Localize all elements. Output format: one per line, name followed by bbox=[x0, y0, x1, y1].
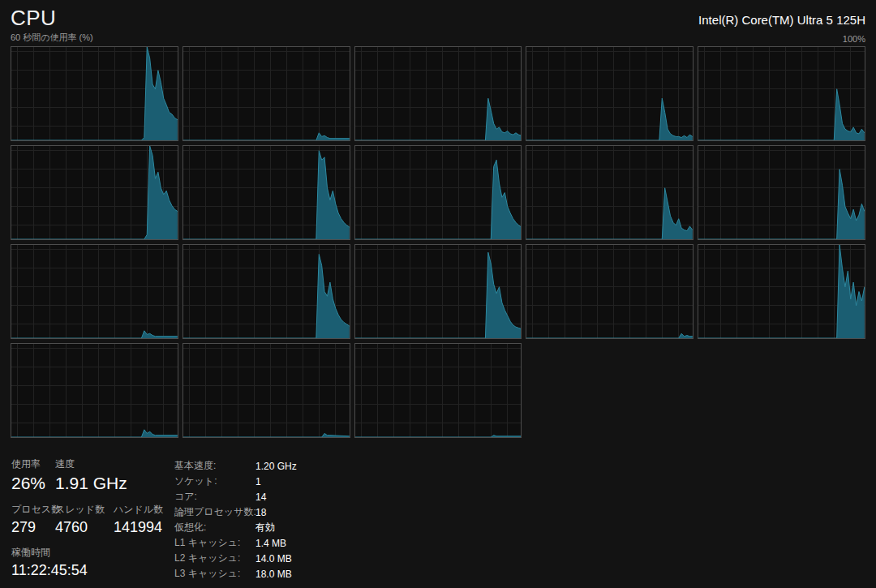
stat-utilization: 使用率 26% bbox=[11, 457, 55, 493]
stat-row-uptime: 稼働時間 11:22:45:54 bbox=[11, 546, 163, 579]
cpu-core-graph-3[interactable] bbox=[526, 46, 694, 141]
uptime-value: 11:22:45:54 bbox=[11, 562, 88, 578]
detail-label: コア: bbox=[174, 490, 256, 504]
cpu-graphs-grid bbox=[11, 46, 865, 438]
speed-label: 速度 bbox=[55, 457, 127, 471]
detail-value: 1.20 GHz bbox=[256, 461, 297, 472]
cpu-core-graph-8[interactable] bbox=[526, 145, 694, 240]
detail-label: L1 キャッシュ: bbox=[174, 536, 256, 550]
detail-label: 仮想化: bbox=[174, 521, 256, 534]
detail-label: 基本速度: bbox=[174, 459, 256, 473]
detail-value: 14.0 MB bbox=[256, 553, 292, 564]
stat-row-utilization-speed: 使用率 26% 速度 1.91 GHz bbox=[11, 457, 163, 493]
cpu-core-graph-12[interactable] bbox=[354, 244, 522, 339]
threads-value: 4760 bbox=[55, 519, 88, 535]
cpu-core-graph-1[interactable] bbox=[182, 46, 350, 141]
detail-value: 18.0 MB bbox=[256, 569, 292, 580]
speed-value: 1.91 GHz bbox=[55, 474, 127, 492]
graph-axis-label: 60 秒間の使用率 (%) bbox=[11, 32, 93, 44]
cpu-core-graph-7[interactable] bbox=[354, 145, 522, 240]
cpu-core-graph-11[interactable] bbox=[182, 244, 350, 339]
detail-label: 論理プロセッサ数: bbox=[174, 505, 256, 519]
processes-value: 279 bbox=[11, 519, 36, 535]
detail-label: L2 キャッシュ: bbox=[174, 552, 256, 565]
cpu-core-graph-0[interactable] bbox=[11, 46, 178, 141]
cpu-core-graph-4[interactable] bbox=[698, 46, 865, 141]
stat-processes: プロセス数 279 bbox=[11, 503, 55, 536]
cpu-core-graph-10[interactable] bbox=[11, 244, 178, 339]
handles-label: ハンドル数 bbox=[114, 503, 163, 517]
page-title: CPU bbox=[11, 6, 56, 31]
cpu-core-graph-6[interactable] bbox=[182, 145, 350, 240]
detail-value: 有効 bbox=[256, 521, 275, 534]
detail-row-l2-cache: L2 キャッシュ: 14.0 MB bbox=[174, 551, 297, 566]
utilization-value: 26% bbox=[11, 474, 45, 492]
detail-value: 14 bbox=[256, 491, 266, 503]
detail-row-virtualization: 仮想化: 有効 bbox=[174, 520, 297, 535]
cpu-summary-stats: 使用率 26% 速度 1.91 GHz プロセス数 279 スレッド数 4760 bbox=[11, 457, 163, 588]
cpu-stats-section: 使用率 26% 速度 1.91 GHz プロセス数 279 スレッド数 4760 bbox=[11, 457, 865, 587]
detail-row-sockets: ソケット: 1 bbox=[174, 474, 297, 489]
detail-row-l1-cache: L1 キャッシュ: 1.4 MB bbox=[174, 535, 297, 551]
detail-value: 1 bbox=[256, 476, 261, 487]
cpu-core-graph-9[interactable] bbox=[698, 145, 865, 240]
utilization-label: 使用率 bbox=[11, 457, 55, 471]
detail-row-l3-cache: L3 キャッシュ: 18.0 MB bbox=[174, 566, 297, 582]
stat-row-processes-threads-handles: プロセス数 279 スレッド数 4760 ハンドル数 141994 bbox=[11, 503, 163, 536]
detail-row-cores: コア: 14 bbox=[174, 489, 297, 504]
stat-threads: スレッド数 4760 bbox=[55, 503, 114, 536]
cpu-core-graph-5[interactable] bbox=[11, 145, 178, 240]
cpu-core-graph-16[interactable] bbox=[182, 343, 350, 438]
cpu-header: CPU Intel(R) Core(TM) Ultra 5 125H bbox=[11, 0, 865, 31]
cpu-core-graph-2[interactable] bbox=[354, 46, 522, 141]
processor-name: Intel(R) Core(TM) Ultra 5 125H bbox=[698, 6, 865, 27]
uptime-label: 稼働時間 bbox=[11, 546, 88, 560]
detail-label: ソケット: bbox=[174, 474, 256, 488]
detail-row-base-speed: 基本速度: 1.20 GHz bbox=[174, 458, 297, 474]
cpu-spec-details: 基本速度: 1.20 GHz ソケット: 1 コア: 14 論理プロセッサ数: … bbox=[174, 458, 297, 582]
graph-max-label: 100% bbox=[843, 34, 865, 44]
detail-label: L3 キャッシュ: bbox=[174, 567, 256, 581]
graph-axis-row: 60 秒間の使用率 (%) 100% bbox=[11, 32, 865, 44]
handles-value: 141994 bbox=[114, 519, 162, 535]
detail-row-logical-processors: 論理プロセッサ数: 18 bbox=[174, 504, 297, 520]
detail-value: 1.4 MB bbox=[256, 538, 286, 549]
stat-uptime: 稼働時間 11:22:45:54 bbox=[11, 546, 88, 579]
cpu-core-graph-17[interactable] bbox=[354, 343, 522, 438]
cpu-core-graph-14[interactable] bbox=[698, 244, 865, 339]
detail-value: 18 bbox=[256, 507, 266, 518]
stat-handles: ハンドル数 141994 bbox=[114, 503, 163, 536]
stat-speed: 速度 1.91 GHz bbox=[55, 457, 127, 493]
cpu-core-graph-13[interactable] bbox=[526, 244, 694, 339]
cpu-core-graph-15[interactable] bbox=[11, 343, 178, 438]
task-manager-cpu-page: CPU Intel(R) Core(TM) Ultra 5 125H 60 秒間… bbox=[0, 0, 876, 588]
threads-label: スレッド数 bbox=[55, 503, 114, 517]
processes-label: プロセス数 bbox=[11, 503, 55, 517]
